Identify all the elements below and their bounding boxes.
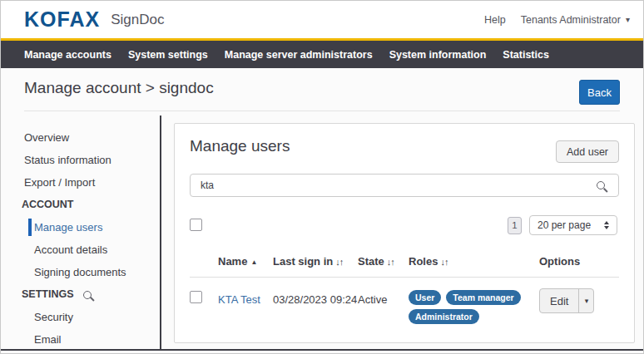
sort-both-icon: ↓↑ xyxy=(335,255,343,268)
column-header-state-label: State xyxy=(358,255,384,268)
product-name: SignDoc xyxy=(111,12,164,28)
sidebar-item-account-details[interactable]: Account details xyxy=(1,238,161,261)
user-menu-label: Tenants Administrator xyxy=(521,14,621,26)
user-menu[interactable]: Tenants Administrator ▾ xyxy=(521,14,630,26)
column-header-options: Options xyxy=(539,255,634,268)
sidebar-section-settings: SETTINGS xyxy=(1,283,161,306)
nav-item-statistics[interactable]: Statistics xyxy=(503,49,549,61)
column-header-last-sign-in[interactable]: Last sign in↓↑ xyxy=(273,255,358,268)
table-header-row: Name▲ Last sign in↓↑ State↓↑ Roles↓↑ Opt… xyxy=(175,255,634,268)
user-search-box xyxy=(190,174,619,197)
panel-title: Manage users xyxy=(190,137,290,155)
app-window: KOFAX SignDoc Help Tenants Administrator… xyxy=(0,0,644,354)
page-size-value: 20 per page xyxy=(537,219,591,231)
settings-search-icon[interactable] xyxy=(83,291,92,299)
sidebar-item-security[interactable]: Security xyxy=(1,306,161,328)
sidebar-item-signing-documents[interactable]: Signing documents xyxy=(1,261,161,283)
table-row: KTA Test 03/28/2023 09:24 Active User Te… xyxy=(175,283,634,324)
sort-both-icon: ↓↑ xyxy=(387,255,394,268)
select-all-checkbox[interactable] xyxy=(190,219,202,231)
state-cell: Active xyxy=(358,283,409,306)
edit-split-button: Edit ▾ xyxy=(539,288,594,313)
sidebar-item-manage-users[interactable]: Manage users xyxy=(1,216,161,238)
sort-both-icon: ↓↑ xyxy=(440,255,448,268)
table-header-divider xyxy=(190,277,619,278)
sidebar-item-overview[interactable]: Overview xyxy=(1,126,161,149)
sidebar: Overview Status information Export / Imp… xyxy=(1,111,161,351)
nav-item-manage-server-administrators[interactable]: Manage server administrators xyxy=(225,49,373,61)
page-title: Manage account > signdoc xyxy=(24,79,214,97)
name-cell: KTA Test xyxy=(218,283,273,306)
edit-dropdown-button[interactable]: ▾ xyxy=(578,289,593,312)
pagination: 1 20 per page xyxy=(508,215,617,235)
column-header-name[interactable]: Name▲ xyxy=(218,255,273,268)
sidebar-item-status-information[interactable]: Status information xyxy=(1,149,161,171)
manage-users-panel: Manage users Add user 1 20 per page Name… xyxy=(174,123,635,343)
search-icon[interactable] xyxy=(597,181,605,189)
header-actions: Help Tenants Administrator ▾ xyxy=(484,14,630,26)
row-checkbox-cell xyxy=(190,283,218,306)
role-badge-administrator: Administrator xyxy=(409,309,479,324)
sidebar-divider xyxy=(160,116,161,349)
select-arrows-icon xyxy=(604,221,609,229)
chevron-down-icon: ▾ xyxy=(585,297,589,305)
header-checkbox-spacer xyxy=(190,255,218,268)
row-checkbox[interactable] xyxy=(190,291,202,303)
window-bottom-edge xyxy=(1,349,643,351)
column-header-roles[interactable]: Roles↓↑ xyxy=(409,255,539,268)
sidebar-section-settings-label: SETTINGS xyxy=(22,283,74,306)
column-header-name-label: Name xyxy=(218,255,247,268)
column-header-roles-label: Roles xyxy=(409,255,438,268)
last-sign-in-cell: 03/28/2023 09:24 xyxy=(273,283,358,306)
sort-ascending-icon: ▲ xyxy=(250,258,257,266)
nav-item-system-settings[interactable]: System settings xyxy=(128,49,208,61)
back-button[interactable]: Back xyxy=(579,80,620,105)
kofax-logo: KOFAX xyxy=(24,7,100,32)
chevron-down-icon: ▾ xyxy=(626,15,630,24)
top-header: KOFAX SignDoc Help Tenants Administrator… xyxy=(1,1,643,38)
sidebar-section-account: ACCOUNT xyxy=(1,194,161,216)
page-size-select[interactable]: 20 per page xyxy=(529,215,617,235)
pagination-page-1-button[interactable]: 1 xyxy=(508,217,522,234)
main-nav: Manage accounts System settings Manage s… xyxy=(1,41,643,68)
help-link[interactable]: Help xyxy=(484,14,506,26)
sidebar-item-export-import[interactable]: Export / Import xyxy=(1,171,161,194)
role-badge-user: User xyxy=(409,290,441,305)
roles-cell: User Team manager Administrator xyxy=(409,283,535,324)
add-user-button[interactable]: Add user xyxy=(556,140,619,163)
column-header-state[interactable]: State↓↑ xyxy=(358,255,409,268)
nav-item-system-information[interactable]: System information xyxy=(389,49,487,61)
column-header-options-label: Options xyxy=(539,255,580,268)
edit-button[interactable]: Edit xyxy=(540,289,578,312)
column-header-last-sign-in-label: Last sign in xyxy=(273,255,333,268)
page-header: Manage account > signdoc Back xyxy=(1,68,643,111)
search-input[interactable] xyxy=(191,175,618,196)
user-name-link[interactable]: KTA Test xyxy=(218,293,260,306)
sidebar-item-email[interactable]: Email xyxy=(1,328,161,351)
nav-item-manage-accounts[interactable]: Manage accounts xyxy=(24,49,111,61)
options-cell: Edit ▾ xyxy=(539,283,634,313)
role-badge-team-manager: Team manager xyxy=(446,290,520,305)
brand: KOFAX SignDoc xyxy=(24,7,164,32)
